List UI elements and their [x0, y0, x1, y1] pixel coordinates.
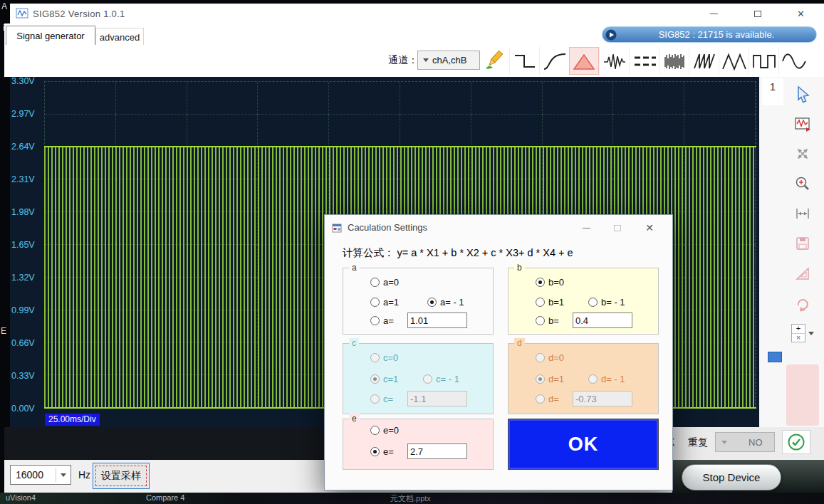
- waveform-button-triangle-wave[interactable]: [719, 47, 749, 75]
- channel-dropdown[interactable]: chA,chB: [417, 51, 480, 70]
- stop-device-button[interactable]: Stop Device: [682, 464, 781, 490]
- channel-dropdown-value: chA,chB: [432, 55, 466, 65]
- waveform-button-dc-levels[interactable]: [629, 47, 659, 75]
- radio-icon[interactable]: [370, 426, 380, 435]
- y-axis-label: 0.33V: [11, 371, 44, 381]
- radio-b-0[interactable]: b=0: [536, 277, 564, 288]
- radio-icon[interactable]: [588, 298, 598, 307]
- waveform-button-burst[interactable]: [599, 47, 629, 75]
- radio-icon[interactable]: [536, 316, 545, 325]
- taskbar-item[interactable]: Compare 4: [146, 493, 184, 502]
- radio-a-0[interactable]: a=0: [370, 277, 399, 288]
- tab-signal-generator[interactable]: Signal generator: [6, 26, 95, 46]
- waveform-button-square-wave[interactable]: [749, 47, 778, 75]
- math-spinner[interactable]: +×: [786, 319, 819, 347]
- radio-b-minus1[interactable]: b= - 1: [588, 297, 625, 308]
- radio-label: c=1: [383, 374, 398, 384]
- radio-icon[interactable]: [370, 316, 380, 325]
- dialog-close-button[interactable]: ✕: [633, 215, 666, 241]
- status-message: SIG852 : 21715 is available.: [617, 29, 816, 40]
- horizontal-fit-button[interactable]: [786, 199, 819, 228]
- ruler-button-disabled: [786, 259, 819, 288]
- multiply-icon[interactable]: ×: [792, 334, 805, 342]
- stop-device-label: Stop Device: [703, 471, 761, 483]
- waveform-tool-icon: [793, 115, 812, 133]
- grid-cell: [613, 115, 684, 147]
- sample-rate-combobox[interactable]: 16000: [10, 465, 71, 485]
- group-e-legend: e: [349, 414, 360, 424]
- expand-tool-button[interactable]: [786, 140, 819, 168]
- radio-e-custom[interactable]: e=: [370, 446, 394, 457]
- confirm-check-button[interactable]: [782, 430, 810, 454]
- cursor-tool-button[interactable]: [786, 80, 819, 108]
- expand-arrows-icon: [794, 145, 811, 162]
- waveform-button-exponential[interactable]: [539, 47, 569, 75]
- set-sampling-button[interactable]: 设置采样: [93, 463, 150, 489]
- plus-icon[interactable]: +: [792, 325, 805, 334]
- radio-label: b=0: [548, 277, 564, 288]
- maximize-icon: [614, 225, 621, 231]
- vertical-slider-handle[interactable]: [768, 352, 782, 362]
- close-button[interactable]: ✕: [785, 4, 817, 23]
- timebase-label: 25.00ms/Div: [45, 414, 100, 426]
- waveform-button-sawtooth[interactable]: [689, 47, 719, 75]
- desktop-icon-label: A: [1, 1, 7, 11]
- radio-e-0[interactable]: e=0: [370, 425, 399, 436]
- radio-icon: [370, 374, 380, 384]
- a-value-input[interactable]: [407, 313, 467, 328]
- cursor-icon: [793, 85, 812, 103]
- radio-b-1[interactable]: b=1: [536, 297, 564, 308]
- waveform-tool-button[interactable]: [786, 110, 819, 138]
- tab-advanced[interactable]: advanced: [95, 28, 144, 46]
- waveform-button-noise[interactable]: [659, 47, 689, 75]
- radio-icon[interactable]: [536, 278, 545, 287]
- taskbar-item[interactable]: uVision4: [6, 493, 36, 502]
- minimize-button[interactable]: [698, 4, 730, 23]
- maximize-button[interactable]: [741, 4, 773, 23]
- waveform-button-step[interactable]: [509, 47, 539, 75]
- radio-c-1: c=1: [370, 374, 398, 384]
- ok-button[interactable]: OK: [508, 419, 659, 470]
- radio-b-custom[interactable]: b=: [536, 315, 559, 326]
- redo-button-disabled: [786, 289, 819, 317]
- b-value-input[interactable]: [573, 313, 632, 328]
- radio-label: b=1: [548, 297, 564, 308]
- grid-cell: [613, 82, 684, 115]
- y-axis-label: 0.00V: [11, 404, 44, 414]
- waveform-button-triangle-pulse[interactable]: [569, 47, 599, 75]
- set-sampling-label: 设置采样: [101, 470, 141, 483]
- radio-icon[interactable]: [370, 447, 380, 456]
- radio-icon[interactable]: [370, 278, 380, 287]
- radio-label: a=0: [383, 277, 399, 288]
- radio-a-custom[interactable]: a=: [370, 315, 394, 326]
- save-button-disabled: [786, 229, 819, 258]
- grid-cell: [684, 115, 756, 147]
- tab-bar: Signal generator advanced SIG852 : 21715…: [4, 23, 824, 45]
- pencil-edit-icon[interactable]: [483, 49, 506, 75]
- plus-times-spinner[interactable]: +×: [791, 324, 805, 342]
- chevron-down-icon[interactable]: [808, 332, 814, 335]
- group-b: b b=0 b=1 b= - 1 b=: [508, 268, 659, 335]
- app-icon: [16, 8, 28, 21]
- radio-a-minus1[interactable]: a= - 1: [427, 297, 464, 308]
- taskbar-item[interactable]: 元文档.pptx: [390, 493, 431, 504]
- dialog-minimize-button[interactable]: [570, 215, 602, 241]
- hz-unit-label: Hz: [78, 469, 90, 481]
- group-b-legend: b: [514, 263, 525, 273]
- group-d: d d=0 d=1 d= - 1 d=: [508, 343, 659, 414]
- radio-icon[interactable]: [427, 298, 437, 307]
- repeat-dropdown[interactable]: NO: [715, 432, 775, 452]
- formula-text: 计算公式： y= a * X1 + b * X2 + c * X3+ d * X…: [343, 246, 573, 260]
- grid-cell: [258, 82, 329, 115]
- zoom-tool-button[interactable]: [786, 169, 819, 198]
- chevron-down-icon: [61, 473, 66, 477]
- radio-label: d= - 1: [601, 374, 625, 384]
- d-value-input: [573, 391, 632, 406]
- e-value-input[interactable]: [407, 443, 467, 459]
- radio-icon[interactable]: [536, 298, 545, 307]
- radio-label: d=: [548, 394, 559, 404]
- radio-icon[interactable]: [370, 298, 380, 307]
- radio-a-1[interactable]: a=1: [370, 297, 399, 308]
- waveform-button-sine-wave[interactable]: [778, 47, 808, 75]
- radio-icon: [536, 353, 545, 362]
